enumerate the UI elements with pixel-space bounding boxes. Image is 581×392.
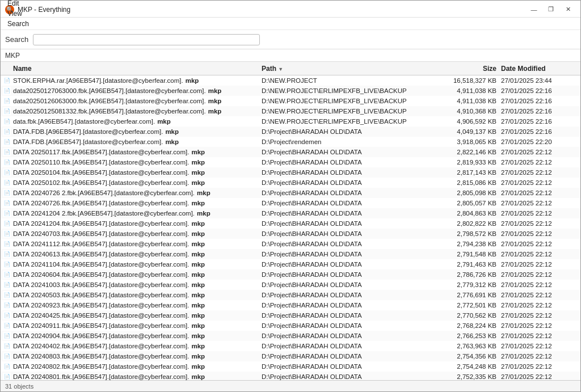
cell-size: 4,911,038 KB <box>433 98 501 104</box>
cell-date: 27/01/2025 22:12 <box>501 179 580 186</box>
cell-size: 2,791,548 KB <box>433 251 501 258</box>
table-row[interactable]: 📄DATA 20250117.fbk.[A96EB547].[datastore… <box>1 147 580 157</box>
table-row[interactable]: 📄DATA 20240425.fbk.[A96EB547].[datastore… <box>1 310 580 321</box>
table-row[interactable]: 📄DATA 20240402.fbk.[A96EB547].[datastore… <box>1 341 580 351</box>
cell-size: 2,772,501 KB <box>433 302 501 309</box>
cell-size: 16,518,327 KB <box>433 77 501 84</box>
table-row[interactable]: 📄DATA 20240604.fbk.[A96EB547].[datastore… <box>1 269 580 280</box>
cell-path: D:\Project\BHARADAH OLD\DATA <box>262 363 433 370</box>
cell-size: 2,805,057 KB <box>433 200 501 206</box>
file-extension: mkp <box>191 322 205 329</box>
table-row[interactable]: 📄DATA 20240726.fbk.[A96EB547].[datastore… <box>1 198 580 208</box>
table-row[interactable]: 📄DATA 20240923.fbk.[A96EB547].[datastore… <box>1 300 580 310</box>
cell-path: D:\NEW.PROJECT\ERLIMPEXFB_LIVE\BACKUP <box>262 108 433 115</box>
column-header-size[interactable]: Size <box>433 65 501 73</box>
menu-item-view[interactable]: View <box>3 9 46 19</box>
cell-date: 27/01/2025 22:12 <box>501 302 580 309</box>
cell-path: D:\Project\BHARADAH OLD\DATA <box>262 261 433 268</box>
file-icon: 📄 <box>3 158 11 166</box>
column-header-name[interactable]: Name <box>1 65 262 73</box>
cell-path: D:\Project\BHARADAH OLD\DATA <box>262 230 433 237</box>
cell-path: D:\NEW.PROJECT\ERLIMPEXFB_LIVE\BACKUP <box>262 118 433 125</box>
cell-date: 27/01/2025 22:12 <box>501 343 580 349</box>
close-button[interactable]: ✕ <box>560 4 576 15</box>
table-row[interactable]: 📄DATA 20241112.fbk.[A96EB547].[datastore… <box>1 239 580 249</box>
table-row[interactable]: 📄DATA 20240703.fbk.[A96EB547].[datastore… <box>1 229 580 239</box>
table-row[interactable]: 📄DATA.FDB.[A96EB547].[datastore@cyberfea… <box>1 137 580 147</box>
file-extension: mkp <box>191 271 205 278</box>
table-row[interactable]: 📄DATA 20250104.fbk.[A96EB547].[datastore… <box>1 167 580 178</box>
file-icon: 📄 <box>3 322 11 330</box>
table-row[interactable]: 📄DATA 20250110.fbk.[A96EB547].[datastore… <box>1 157 580 167</box>
table-row[interactable]: 📄DATA 20240726 2.fbk.[A96EB547].[datasto… <box>1 188 580 198</box>
minimize-button[interactable]: — <box>526 4 542 15</box>
file-extension: mkp <box>191 343 205 349</box>
maximize-button[interactable]: ❐ <box>543 4 559 15</box>
cell-date: 27/01/2025 22:12 <box>501 169 580 176</box>
cell-date: 27/01/2025 22:12 <box>501 292 580 298</box>
file-icon: 📄 <box>3 271 11 279</box>
cell-size: 4,910,368 KB <box>433 108 501 115</box>
cell-date: 27/01/2025 22:12 <box>501 189 580 196</box>
cell-date: 27/01/2025 22:12 <box>501 373 580 380</box>
table-row[interactable]: 📄DATA 20240802.fbk.[A96EB547].[datastore… <box>1 361 580 372</box>
table-row[interactable]: 📄data20250126063000.fbk.[A96EB547].[data… <box>1 96 580 106</box>
file-extension: mkp <box>208 98 222 104</box>
cell-name: 📄DATA 20240613.fbk.[A96EB547].[datastore… <box>1 250 262 258</box>
table-row[interactable]: 📄DATA 20240613.fbk.[A96EB547].[datastore… <box>1 249 580 259</box>
menu-item-edit[interactable]: Edit <box>3 0 46 9</box>
cell-path: D:\Project\BHARADAH OLD\DATA <box>262 159 433 166</box>
cell-path: D:\Project\BHARADAH OLD\DATA <box>262 353 433 360</box>
cell-date: 27/01/2025 22:20 <box>501 138 580 145</box>
table-row[interactable]: 📄DATA 20241104.fbk.[A96EB547].[datastore… <box>1 259 580 269</box>
column-header-date[interactable]: Date Modified <box>501 65 580 73</box>
cell-path: D:\Project\BHARADAH OLD\DATA <box>262 189 433 196</box>
search-input[interactable] <box>37 36 256 44</box>
file-icon: 📄 <box>3 240 11 248</box>
cell-date: 27/01/2025 22:12 <box>501 363 580 370</box>
cell-size: 2,752,335 KB <box>433 373 501 380</box>
table-row[interactable]: 📄data20250127063000.fbk.[A96EB547].[data… <box>1 86 580 96</box>
table-row[interactable]: 📄DATA 20240911.fbk.[A96EB547].[datastore… <box>1 321 580 331</box>
cell-date: 27/01/2025 22:16 <box>501 128 580 135</box>
cell-date: 27/01/2025 22:16 <box>501 98 580 104</box>
file-icon: 📄 <box>3 117 11 125</box>
table-row[interactable]: 📄data.fbk.[A96EB547].[datastore@cyberfea… <box>1 116 580 127</box>
cell-size: 2,798,572 KB <box>433 230 501 237</box>
table-row[interactable]: 📄DATA.FDB.[A96EB547].[datastore@cyberfea… <box>1 127 580 137</box>
table-row[interactable]: 📄data20250125081332.fbk.[A96EB547].[data… <box>1 106 580 116</box>
table-row[interactable]: 📄DATA 20240503.fbk.[A96EB547].[datastore… <box>1 290 580 300</box>
cell-size: 2,815,086 KB <box>433 179 501 186</box>
table-row[interactable]: 📄STOK.ERPHA.rar.[A96EB547].[datastore@cy… <box>1 75 580 86</box>
table-row[interactable]: 📄DATA 20240803.fbk.[A96EB547].[datastore… <box>1 351 580 361</box>
cell-date: 27/01/2025 22:16 <box>501 108 580 115</box>
cell-size: 2,786,726 KB <box>433 271 501 278</box>
cell-date: 27/01/2025 22:12 <box>501 241 580 247</box>
cell-name: 📄DATA.FDB.[A96EB547].[datastore@cyberfea… <box>1 128 262 136</box>
file-icon: 📄 <box>3 281 11 289</box>
table-row[interactable]: 📄DATA 20241204.fbk.[A96EB547].[datastore… <box>1 218 580 229</box>
cell-size: 2,802,822 KB <box>433 220 501 227</box>
search-input-wrapper[interactable] <box>33 34 260 45</box>
cell-name: 📄DATA 20240703.fbk.[A96EB547].[datastore… <box>1 230 262 238</box>
sort-arrow-down: ▼ <box>278 66 283 72</box>
cell-name: 📄DATA 20241204.fbk.[A96EB547].[datastore… <box>1 220 262 227</box>
cell-name: 📄DATA 20250102.fbk.[A96EB547].[datastore… <box>1 179 262 187</box>
menu-item-search[interactable]: Search <box>3 19 46 29</box>
file-extension: mkp <box>191 159 205 166</box>
table-row[interactable]: 📄DATA 20250102.fbk.[A96EB547].[datastore… <box>1 178 580 188</box>
table-row[interactable]: 📄DATA 20240904.fbk.[A96EB547].[datastore… <box>1 331 580 341</box>
cell-path: D:\NEW.PROJECT <box>262 77 433 84</box>
cell-date: 27/01/2025 22:12 <box>501 200 580 206</box>
breadcrumb: MKP <box>5 52 20 60</box>
table-row[interactable]: 📄DATA 20241204 2.fbk.[A96EB547].[datasto… <box>1 208 580 218</box>
cell-date: 27/01/2025 22:12 <box>501 230 580 237</box>
table-row[interactable]: 📄DATA 20240801.fbk.[A96EB547].[datastore… <box>1 372 580 380</box>
table-row[interactable]: 📄DATA 20241003.fbk.[A96EB547].[datastore… <box>1 280 580 290</box>
file-extension: mkp <box>191 373 205 380</box>
table-body[interactable]: 📄STOK.ERPHA.rar.[A96EB547].[datastore@cy… <box>1 75 580 380</box>
column-header-path[interactable]: Path ▼ <box>262 65 433 73</box>
file-extension: mkp <box>191 353 205 360</box>
cell-name: 📄DATA 20241104.fbk.[A96EB547].[datastore… <box>1 260 262 268</box>
cell-name: 📄DATA 20240803.fbk.[A96EB547].[datastore… <box>1 352 262 360</box>
